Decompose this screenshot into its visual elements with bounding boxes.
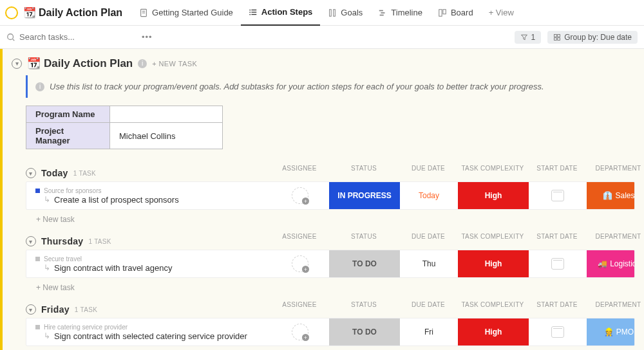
complexity-cell[interactable]: High xyxy=(458,250,529,277)
tab-action-steps[interactable]: Action Steps xyxy=(241,0,320,26)
calendar-icon xyxy=(551,326,564,338)
complexity-badge: High xyxy=(458,318,529,345)
due-date-cell[interactable]: Thu xyxy=(400,250,458,277)
col-start-date: START DATE xyxy=(528,301,586,318)
svg-rect-12 xyxy=(381,12,385,14)
table-row: Program Name xyxy=(26,106,223,123)
column-headers: ▾ Today 1 TASK ASSIGNEE STATUS DUE DATE … xyxy=(26,165,635,181)
svg-rect-15 xyxy=(443,9,446,14)
col-due-date: DUE DATE xyxy=(399,233,457,250)
complexity-cell[interactable]: High xyxy=(458,318,529,345)
status-cell[interactable]: TO DO xyxy=(329,318,400,345)
search-icon xyxy=(6,33,15,42)
task-row[interactable]: Secure travel ↳ Sign contract with trave… xyxy=(26,250,635,278)
department-cell[interactable]: 👷PMO xyxy=(587,318,635,345)
search-wrap[interactable] xyxy=(6,32,135,42)
svg-rect-11 xyxy=(379,10,383,11)
col-status: STATUS xyxy=(328,233,399,250)
description-note: i Use this list to track your program/ev… xyxy=(26,75,635,98)
col-assignee: ASSIGNEE xyxy=(270,301,328,318)
assignee-cell[interactable] xyxy=(271,182,329,209)
list-title: 📆 Daily Action Plan xyxy=(27,57,133,70)
due-date-cell[interactable]: Fri xyxy=(400,318,458,345)
col-complexity: TASK COMPLEXITY xyxy=(457,301,528,318)
column-headers: ▾ Friday 1 TASK ASSIGNEE STATUS DUE DATE… xyxy=(26,301,635,318)
view-tabs: Getting Started Guide Action Steps Goals… xyxy=(131,0,522,26)
status-square-icon xyxy=(35,325,40,329)
info-icon[interactable]: i xyxy=(138,59,147,68)
list-toolbar: ••• 1 Group by: Due date xyxy=(0,26,644,49)
collapse-toggle-icon[interactable]: ▾ xyxy=(26,168,36,178)
col-department: DEPARTMENT xyxy=(586,233,644,250)
project-manager-value[interactable]: Michael Collins xyxy=(110,123,223,149)
program-name-key: Program Name xyxy=(26,106,110,123)
table-row: Project Manager Michael Collins xyxy=(26,123,223,149)
tab-getting-started[interactable]: Getting Started Guide xyxy=(131,0,241,26)
department-cell[interactable]: 👔Sales xyxy=(587,182,635,209)
filter-icon xyxy=(520,33,528,41)
add-view-button[interactable]: + View xyxy=(481,0,522,26)
task-name-cell: Source for sponsors ↳ Create a list of p… xyxy=(26,182,271,209)
meta-table: Program Name Project Manager Michael Col… xyxy=(26,106,223,149)
department-cell[interactable]: 🚚Logistics xyxy=(587,250,635,277)
group-by-label: Group by: Due date xyxy=(564,33,632,42)
start-date-cell[interactable] xyxy=(529,182,587,209)
group-name: Today xyxy=(41,168,68,178)
status-cell[interactable]: IN PROGRESS xyxy=(329,182,400,209)
assignee-cell[interactable] xyxy=(271,250,329,277)
list-header: ▾ 📆 Daily Action Plan i + NEW TASK xyxy=(12,57,635,70)
info-icon: i xyxy=(35,82,44,91)
col-complexity: TASK COMPLEXITY xyxy=(457,233,528,250)
group-by-pill[interactable]: Group by: Due date xyxy=(547,31,638,44)
svg-rect-18 xyxy=(554,34,557,37)
dept-label: Logistics xyxy=(610,259,635,268)
calendar-icon: 📆 xyxy=(27,57,41,70)
svg-point-7 xyxy=(249,12,251,13)
add-assignee-icon[interactable] xyxy=(292,255,308,272)
collapse-toggle-icon[interactable]: ▾ xyxy=(12,59,22,69)
subtask-icon: ↳ xyxy=(44,263,50,272)
new-task-button[interactable]: + NEW TASK xyxy=(152,60,197,68)
start-date-cell[interactable] xyxy=(529,318,587,345)
complexity-cell[interactable]: High xyxy=(458,182,529,209)
board-icon xyxy=(438,8,447,17)
more-options-icon[interactable]: ••• xyxy=(142,32,153,42)
task-row[interactable]: Hire catering service provider ↳ Sign co… xyxy=(26,318,635,346)
tab-goals[interactable]: Goals xyxy=(320,0,370,26)
collapse-toggle-icon[interactable]: ▾ xyxy=(26,236,36,246)
filter-pill[interactable]: 1 xyxy=(515,31,542,44)
add-assignee-icon[interactable] xyxy=(292,187,308,204)
program-name-value[interactable] xyxy=(110,106,223,123)
add-assignee-icon[interactable] xyxy=(292,324,308,340)
col-department: DEPARTMENT xyxy=(586,165,644,181)
dept-emoji-icon: 👔 xyxy=(603,191,612,200)
dept-label: Sales xyxy=(615,191,634,200)
col-assignee: ASSIGNEE xyxy=(270,233,328,250)
tab-label: Getting Started Guide xyxy=(152,8,233,17)
svg-rect-10 xyxy=(334,9,336,16)
tab-timeline[interactable]: Timeline xyxy=(370,0,430,26)
new-task-button[interactable]: + New task xyxy=(36,215,635,224)
dept-label: PMO xyxy=(616,327,634,336)
svg-point-8 xyxy=(249,14,251,15)
svg-rect-9 xyxy=(330,9,332,16)
column-headers: ▾ Thursday 1 TASK ASSIGNEE STATUS DUE DA… xyxy=(26,233,635,250)
col-department: DEPARTMENT xyxy=(586,301,644,318)
col-due-date: DUE DATE xyxy=(399,165,457,181)
status-cell[interactable]: TO DO xyxy=(329,250,400,277)
parent-task-name: Source for sponsors xyxy=(44,187,102,194)
start-date-cell[interactable] xyxy=(529,250,587,277)
col-start-date: START DATE xyxy=(528,165,586,181)
assignee-cell[interactable] xyxy=(271,318,329,345)
app-logo-icon xyxy=(5,6,18,19)
tab-board[interactable]: Board xyxy=(430,0,481,26)
collapse-toggle-icon[interactable]: ▾ xyxy=(26,304,36,315)
task-row[interactable]: Source for sponsors ↳ Create a list of p… xyxy=(26,181,635,210)
search-input[interactable] xyxy=(19,32,135,42)
svg-rect-14 xyxy=(439,9,442,16)
svg-point-6 xyxy=(249,9,251,10)
new-task-button[interactable]: + New task xyxy=(36,283,635,292)
due-date-cell[interactable]: Today xyxy=(400,182,458,209)
page-title-wrap: 📆 Daily Action Plan xyxy=(23,6,131,19)
task-name: Sign contract with travel agency xyxy=(54,263,173,273)
